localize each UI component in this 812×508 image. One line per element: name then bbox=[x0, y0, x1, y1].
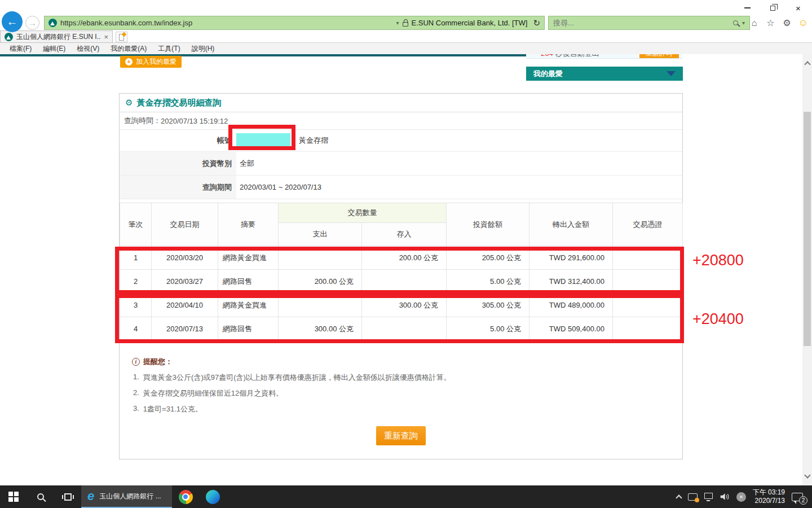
col-header-receipt: 交易憑證 bbox=[613, 203, 683, 246]
add-favorite-label: 加入我的最愛 bbox=[136, 57, 176, 67]
tab-close-icon[interactable]: × bbox=[104, 33, 108, 41]
speaker-icon[interactable] bbox=[720, 492, 730, 501]
countdown-label: 秒後自動登出 bbox=[555, 54, 599, 59]
currency-label: 投資幣別 bbox=[120, 152, 236, 175]
favorites-icon[interactable]: ☆ bbox=[764, 17, 778, 28]
cell-out: 200.00 公克 bbox=[279, 270, 362, 294]
cell-no: 2 bbox=[120, 270, 152, 294]
vertical-scrollbar[interactable] bbox=[802, 54, 812, 485]
scroll-down-icon[interactable] bbox=[804, 472, 810, 478]
restore-button[interactable] bbox=[760, 1, 785, 15]
address-bar[interactable]: ▾ E.SUN Commercial Bank, Ltd. [TW] ↻ bbox=[44, 16, 545, 30]
certificate-label[interactable]: E.SUN Commercial Bank, Ltd. [TW] bbox=[412, 19, 528, 27]
tab-title: 玉山個人網路銀行 E.SUN I... bbox=[16, 32, 100, 42]
col-header-deposit: 存入 bbox=[362, 223, 447, 246]
search-input[interactable] bbox=[553, 19, 729, 27]
reminder-item: 1. 買進黃金3公斤(含)或97盎司(含)以上始享有價格優惠折讓，轉出入金額係以… bbox=[132, 373, 668, 383]
menu-bar: 檔案(F) 編輯(E) 檢視(V) 我的最愛(A) 工具(T) 說明(H) bbox=[0, 43, 812, 54]
menu-tools[interactable]: 工具(T) bbox=[152, 44, 186, 54]
forward-button[interactable]: → bbox=[25, 16, 39, 30]
cell-balance: 5.00 公克 bbox=[447, 317, 529, 341]
page-viewport: 264 秒後自動登出 重新計時 + 加入我的最愛 我的最愛 ⚙ 黃金存摺交易明細… bbox=[0, 54, 812, 485]
minimize-button[interactable] bbox=[735, 1, 760, 15]
reminder-title-row: i 提醒您： bbox=[132, 357, 668, 367]
cell-balance: 5.00 公克 bbox=[447, 270, 529, 294]
menu-help[interactable]: 說明(H) bbox=[186, 44, 220, 54]
reset-timer-button[interactable]: 重新計時 bbox=[639, 54, 679, 59]
cell-deposit: 300.00 公克 bbox=[362, 294, 447, 317]
taskbar-edge-button[interactable] bbox=[199, 485, 226, 508]
cell-deposit bbox=[362, 317, 447, 341]
network-icon[interactable] bbox=[704, 493, 713, 499]
cell-summary: 網路回售 bbox=[218, 270, 279, 294]
chevron-down-icon bbox=[667, 71, 676, 76]
tray-chevron-up-icon[interactable] bbox=[676, 494, 682, 501]
cell-deposit: 200.00 公克 bbox=[362, 246, 447, 270]
action-center-icon[interactable]: 2 bbox=[792, 493, 803, 501]
my-favorites-label: 我的最愛 bbox=[533, 69, 563, 79]
page-title: 黃金存摺交易明細查詢 bbox=[136, 98, 221, 108]
taskbar-search-button[interactable] bbox=[27, 485, 54, 508]
cell-balance: 205.00 公克 bbox=[447, 246, 529, 270]
restore-icon bbox=[770, 6, 775, 11]
search-icon[interactable] bbox=[733, 20, 738, 25]
tray-disconnect-icon[interactable]: × bbox=[736, 492, 746, 502]
browser-navbar: ← → ▾ E.SUN Commercial Bank, Ltd. [TW] ↻… bbox=[0, 16, 812, 30]
account-number-redacted bbox=[236, 133, 290, 148]
taskbar-ie-task[interactable]: e 玉山個人網路銀行 ... bbox=[81, 485, 172, 508]
start-button[interactable] bbox=[0, 485, 27, 508]
site-favicon bbox=[48, 19, 57, 27]
cell-no: 1 bbox=[120, 246, 152, 270]
tab-favicon bbox=[5, 33, 13, 41]
session-countdown-clipped: 264 秒後自動登出 重新計時 bbox=[526, 54, 682, 59]
forward-icon: → bbox=[28, 18, 37, 28]
settings-gear-icon[interactable]: ⚙ bbox=[780, 17, 794, 28]
account-label: 帳號 bbox=[120, 130, 236, 151]
annotation-gain-2: +20400 bbox=[692, 310, 744, 328]
cell-receipt bbox=[613, 294, 683, 317]
taskbar-clock[interactable]: 下午 03:19 2020/7/13 bbox=[753, 488, 785, 505]
taskbar-chrome-button[interactable] bbox=[172, 485, 199, 508]
feedback-smiley-icon[interactable]: ☺ bbox=[796, 17, 810, 29]
search-dropdown-icon[interactable]: ▾ bbox=[742, 20, 745, 26]
cell-date: 2020/03/27 bbox=[152, 270, 218, 294]
col-header-out: 支出 bbox=[279, 223, 362, 246]
menu-edit[interactable]: 編輯(E) bbox=[37, 44, 71, 54]
url-input[interactable] bbox=[60, 19, 393, 27]
tab-bar: 玉山個人網路銀行 E.SUN I... × bbox=[0, 30, 812, 43]
tab-esun-bank[interactable]: 玉山個人網路銀行 E.SUN I... × bbox=[0, 30, 113, 43]
my-favorites-dropdown[interactable]: 我的最愛 bbox=[526, 67, 683, 81]
new-tab-button[interactable] bbox=[116, 32, 127, 42]
info-icon: i bbox=[132, 358, 140, 366]
cell-out: 300.00 公克 bbox=[279, 317, 362, 341]
task-view-button[interactable] bbox=[54, 485, 81, 508]
home-icon[interactable]: ⌂ bbox=[747, 18, 761, 28]
menu-file[interactable]: 檔案(F) bbox=[4, 44, 37, 54]
menu-favorites[interactable]: 我的最愛(A) bbox=[105, 44, 152, 54]
period-label: 查詢期間 bbox=[120, 176, 236, 199]
cell-receipt bbox=[613, 317, 683, 341]
requery-button[interactable]: 重新查詢 bbox=[376, 426, 426, 445]
scroll-up-icon[interactable] bbox=[804, 61, 810, 67]
scrollbar-thumb[interactable] bbox=[804, 112, 811, 346]
menu-view[interactable]: 檢視(V) bbox=[71, 44, 105, 54]
window-controls: × bbox=[735, 1, 811, 15]
back-button[interactable]: ← bbox=[2, 11, 23, 32]
cell-date: 2020/04/10 bbox=[152, 294, 218, 317]
query-time-label: 查詢時間： bbox=[124, 116, 161, 126]
search-box[interactable]: ▾ bbox=[548, 16, 750, 30]
refresh-icon[interactable]: ↻ bbox=[533, 18, 540, 28]
add-favorite-button[interactable]: + 加入我的最愛 bbox=[120, 56, 182, 68]
lock-icon[interactable] bbox=[403, 22, 408, 27]
currency-value: 全部 bbox=[240, 159, 254, 169]
reminder-section: i 提醒您： 1. 買進黃金3公斤(含)或97盎司(含)以上始享有價格優惠折讓，… bbox=[132, 357, 668, 414]
address-dropdown-icon[interactable]: ▾ bbox=[396, 20, 399, 26]
masthead-clipped bbox=[0, 54, 526, 56]
taskbar: e 玉山個人網路銀行 ... × 下午 03:19 2020/7/13 2 bbox=[0, 485, 812, 508]
clock-date: 2020/7/13 bbox=[755, 497, 785, 505]
col-header-date: 交易日期 bbox=[152, 203, 218, 246]
tray-display-icon[interactable] bbox=[688, 493, 698, 501]
close-button[interactable]: × bbox=[785, 1, 811, 15]
taskbar-spacer bbox=[226, 485, 677, 508]
annotation-gain-1: +20800 bbox=[692, 252, 744, 269]
